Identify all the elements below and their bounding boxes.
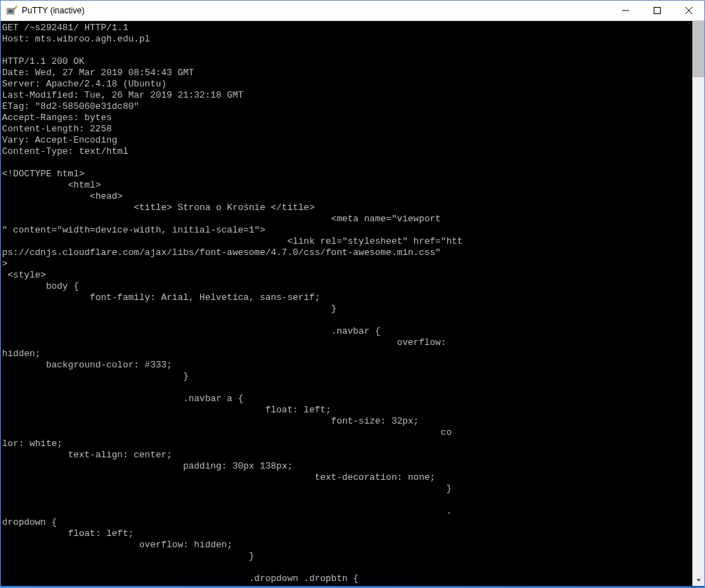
maximize-button[interactable] [641, 1, 673, 20]
terminal-area: GET /~s292481/ HTTP/1.1 Host: mts.wibroo… [1, 21, 704, 586]
scrollbar-thumb[interactable] [692, 21, 704, 77]
window-title: PuTTY (inactive) [22, 6, 609, 15]
taskbar-edge [1, 586, 704, 587]
svg-marker-9 [697, 579, 701, 582]
titlebar: PuTTY (inactive) [1, 1, 704, 21]
putty-icon [6, 5, 18, 16]
svg-rect-6 [654, 8, 660, 14]
terminal-output[interactable]: GET /~s292481/ HTTP/1.1 Host: mts.wibroo… [1, 21, 692, 586]
window-controls [609, 1, 704, 20]
scrollbar[interactable] [692, 21, 704, 586]
minimize-button[interactable] [609, 1, 641, 20]
svg-point-3 [16, 6, 18, 7]
svg-rect-1 [8, 10, 13, 13]
close-button[interactable] [673, 1, 704, 20]
putty-window: PuTTY (inactive) GET /~s292481/ HTTP/1.1… [0, 0, 705, 588]
scrollbar-down-arrow[interactable] [692, 574, 704, 586]
